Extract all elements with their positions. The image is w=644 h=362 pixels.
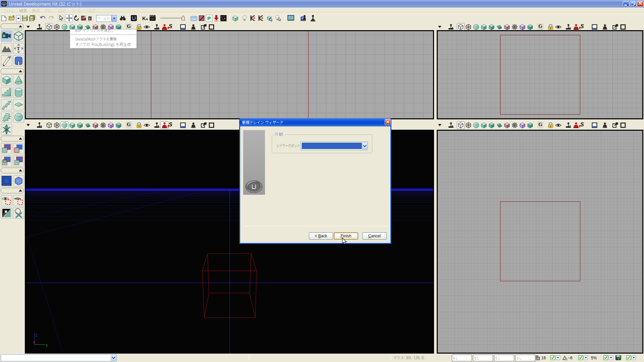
svg-text:Z: Z (36, 334, 38, 337)
svg-text:Y: Y (46, 344, 48, 348)
svg-text:T: T (17, 46, 20, 51)
svg-text:X: X (33, 341, 35, 344)
